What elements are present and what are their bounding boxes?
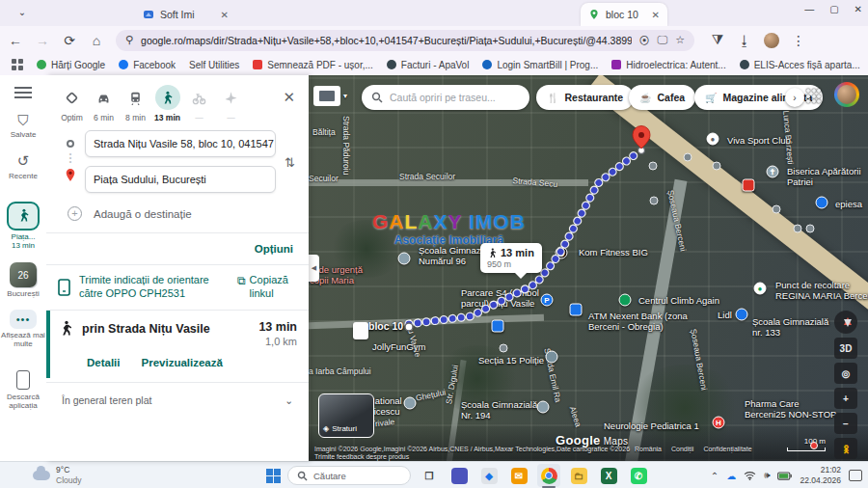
taskbar-app-explorer[interactable]: 🗀: [567, 464, 590, 487]
bookmark-star-icon[interactable]: ☆: [675, 34, 685, 46]
taskbar-app-photos[interactable]: ◆: [477, 464, 501, 487]
bookmark-item[interactable]: Hărți Google: [37, 60, 105, 70]
feedback-link[interactable]: Trimite feedback despre produs: [314, 453, 409, 460]
taskbar-app-mail[interactable]: ✉: [507, 464, 530, 487]
browser-tab-active[interactable]: bloc 10 ✕: [581, 3, 667, 26]
panel-collapse-icon[interactable]: ◀: [309, 255, 319, 282]
system-tray: ⌃ ☁ 🕪 21:0222.04.2026: [711, 462, 862, 488]
google-apps-grid-icon[interactable]: [806, 89, 821, 103]
tray-expand-icon[interactable]: ⌃: [711, 471, 719, 481]
swap-icon[interactable]: ⇅: [285, 155, 295, 170]
travel-mode-drive[interactable]: 6 min: [88, 85, 120, 122]
terrain-row[interactable]: În general teren plat ⌄: [46, 382, 309, 418]
cast-icon[interactable]: 🖵: [658, 34, 668, 46]
sidebar-item-saved[interactable]: ⛉Salvate: [11, 112, 37, 139]
travel-mode-bike[interactable]: —: [183, 85, 215, 122]
onedrive-icon[interactable]: ☁: [726, 471, 736, 481]
details-link[interactable]: Detalii: [87, 357, 121, 368]
bookmark-item[interactable]: Facebook: [119, 60, 176, 70]
taskbar-app-chrome[interactable]: [537, 464, 560, 487]
taskbar-app-whatsapp[interactable]: ✆: [627, 464, 650, 487]
downloads-icon[interactable]: ⭳: [733, 29, 756, 52]
taskbar-app-excel[interactable]: X: [597, 464, 620, 487]
travel-mode-fly[interactable]: —: [215, 85, 247, 122]
wifi-icon[interactable]: [744, 471, 756, 480]
attribution-link[interactable]: Condiții: [671, 446, 693, 452]
url-text: google.ro/maps/dir/Strada+Nițu+Vasile+58…: [141, 35, 631, 46]
sidebar-item-recents[interactable]: ↺Recente: [9, 152, 38, 179]
travel-mode-best[interactable]: Optim: [56, 85, 88, 122]
travel-mode-walk[interactable]: 13 min: [151, 85, 183, 122]
smartbill-icon: [482, 60, 492, 69]
send-to-phone-icon: [58, 279, 70, 296]
attribution-link[interactable]: România: [635, 446, 662, 452]
location-icon[interactable]: ⦿: [639, 35, 650, 46]
address-bar[interactable]: ⚲ google.ro/maps/dir/Strada+Nițu+Vasile+…: [116, 30, 694, 51]
tab-search-icon[interactable]: ⌄: [12, 5, 33, 21]
battery-icon[interactable]: [777, 472, 792, 480]
close-icon[interactable]: ✕: [854, 4, 862, 14]
compass-icon[interactable]: [834, 311, 857, 334]
chips-more-icon[interactable]: ›: [785, 88, 804, 107]
taskbar-clock[interactable]: 21:0222.04.2026: [800, 465, 841, 486]
panel-close-icon[interactable]: ✕: [275, 85, 303, 110]
tune-icon[interactable]: ⚲: [125, 34, 133, 46]
notifications-icon[interactable]: [849, 470, 862, 481]
bookmark-item[interactable]: Hidroelectrica: Autent...: [611, 60, 725, 70]
travel-mode-transit[interactable]: 8 min: [120, 85, 151, 122]
forward-icon[interactable]: →: [31, 29, 54, 52]
extensions-icon[interactable]: ⧩: [706, 29, 729, 52]
sidebar-city-thumb[interactable]: 26: [10, 262, 37, 287]
taskbar-app-teams[interactable]: [448, 464, 471, 487]
bookmark-item[interactable]: Self Utilities: [189, 60, 239, 70]
bookmark-item[interactable]: Semnează PDF - ușor,...: [253, 60, 373, 70]
tab1-title: Soft Imi: [160, 9, 195, 20]
route-duration-callout[interactable]: 13 min 950 m: [480, 243, 542, 273]
origin-input[interactable]: Strada Nițu Vasile 58, bloc 10, 041547 B…: [85, 130, 276, 157]
menu-icon[interactable]: [14, 87, 32, 98]
maximize-icon[interactable]: ▢: [829, 4, 838, 14]
zoom-in-button[interactable]: +: [834, 388, 857, 409]
map-canvas[interactable]: BăltițaStrada PăduroiuSecuilorStrada Sec…: [309, 75, 868, 461]
map-search-box[interactable]: Caută opriri pe traseu...: [362, 85, 529, 110]
chevron-down-icon[interactable]: ▾: [343, 92, 347, 100]
destination-input[interactable]: Piața Sudului, București: [85, 166, 276, 193]
menu-kebab-icon[interactable]: ⋮: [787, 29, 810, 52]
bookmark-item[interactable]: ELIS-Acces fișă aparta...: [740, 60, 860, 70]
screen: ⌄ Soft Imi ✕ bloc 10 ✕ — ▢ ✕ ← → ⟳ ⌂ ⚲ g…: [0, 0, 868, 488]
taskbar-search[interactable]: Căutare: [287, 466, 411, 485]
home-icon[interactable]: ⌂: [85, 29, 108, 52]
sidebar-trip-chip[interactable]: [7, 202, 40, 230]
phone-icon[interactable]: [16, 370, 30, 390]
3d-button[interactable]: 3D: [834, 338, 857, 359]
volume-icon[interactable]: 🕪: [764, 470, 770, 481]
category-chip-cafea[interactable]: ☕Cafea: [629, 85, 695, 110]
chip-icon: 🍴: [547, 93, 558, 103]
attribution-link[interactable]: Confidențialitate: [703, 446, 751, 452]
route-card[interactable]: prin Strada Nițu Vasile 13 min 1,0 km De…: [46, 311, 309, 378]
reload-icon[interactable]: ⟳: [58, 29, 81, 52]
back-icon[interactable]: ←: [4, 29, 27, 52]
taskbar-weather[interactable]: 9°CCloudy: [33, 465, 81, 485]
tab2-close-icon[interactable]: ✕: [652, 10, 660, 20]
taskbar-app-task-view[interactable]: ❐: [418, 464, 441, 487]
browser-tab-inactive[interactable]: Soft Imi ✕: [135, 3, 236, 26]
windows-start-button[interactable]: [266, 469, 281, 483]
apps-grid-icon[interactable]: [12, 59, 23, 70]
add-destination-button[interactable]: + Adaugă o destinație: [68, 206, 309, 221]
tab1-close-icon[interactable]: ✕: [221, 10, 229, 20]
options-link[interactable]: Opțiuni: [46, 233, 309, 264]
bookmark-item[interactable]: Login SmartBill | Prog...: [482, 60, 598, 70]
map-type-mini[interactable]: [313, 86, 340, 106]
send-directions-row[interactable]: Trimite indicații de orientare către OPP…: [46, 264, 309, 311]
bookmark-item[interactable]: Facturi - ApaVol: [387, 60, 470, 70]
sidebar-city-label: București: [7, 289, 39, 298]
sidebar-more-icon[interactable]: •••: [10, 310, 37, 329]
profile-avatar[interactable]: [760, 29, 783, 52]
account-avatar[interactable]: [834, 82, 859, 107]
category-chip-restaurante[interactable]: 🍴Restaurante: [536, 85, 634, 110]
preview-link[interactable]: Previzualizează: [142, 357, 223, 368]
copy-link-button[interactable]: ⧉Copiază linkul: [237, 274, 297, 301]
minimize-icon[interactable]: —: [804, 4, 814, 14]
my-location-icon[interactable]: ◎: [834, 363, 857, 384]
